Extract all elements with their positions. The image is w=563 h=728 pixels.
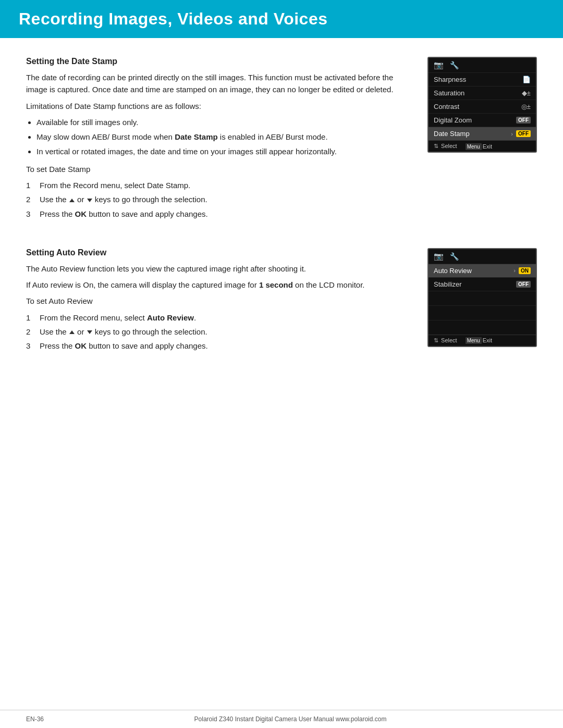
camera-icon-2: 📷 xyxy=(434,252,444,261)
date-stamp-bullets: Available for still images only. May slo… xyxy=(36,116,412,158)
auto-review-steps-intro: To set Auto Review xyxy=(26,295,412,307)
select-label: Select xyxy=(441,143,457,149)
menu-word: Menu xyxy=(466,143,482,150)
step-3: 3 Press the OK button to save and apply … xyxy=(26,208,412,220)
ar-step-3: 3 Press the OK button to save and apply … xyxy=(26,340,412,352)
section-auto-review-title: Setting Auto Review xyxy=(26,248,412,257)
select-label-2: Select xyxy=(441,337,457,343)
section-date-stamp: Setting the Date Stamp The date of recor… xyxy=(26,57,537,222)
camera-icon: 📷 xyxy=(434,60,444,70)
section-date-stamp-title: Setting the Date Stamp xyxy=(26,57,412,66)
date-stamp-para1: The date of recording can be printed dir… xyxy=(26,71,412,96)
page-header: Recording Images, Videos and Voices xyxy=(0,0,563,38)
menu-digital-zoom: Digital Zoom OFF xyxy=(429,113,536,127)
menu-sharpness: Sharpness 📄 xyxy=(429,72,536,86)
menu-empty-2 xyxy=(429,305,536,320)
bullet-3: In vertical or rotated images, the date … xyxy=(36,145,412,158)
content-area: Setting the Date Stamp The date of recor… xyxy=(0,38,563,411)
section-auto-review: Setting Auto Review The Auto Review func… xyxy=(26,248,537,354)
menu-word-2: Menu xyxy=(466,337,482,344)
bullet-2: May slow down AEB/ Burst mode when Date … xyxy=(36,131,412,143)
cam-bottombar-1: ⇅ Select MenuExit xyxy=(429,140,536,152)
section-date-stamp-text: Setting the Date Stamp The date of recor… xyxy=(26,57,412,222)
arrow-icon: › xyxy=(511,131,513,137)
menu-empty-1 xyxy=(429,291,536,305)
section-auto-review-text: Setting Auto Review The Auto Review func… xyxy=(26,248,412,354)
menu-saturation: Saturation ◆± xyxy=(429,86,536,100)
camera-menu-auto-review: 📷 🔧 Auto Review › ON Stabilizer OFF xyxy=(427,248,537,347)
auto-review-badge: ON xyxy=(519,267,531,274)
menu-contrast: Contrast ◎± xyxy=(429,100,536,113)
date-stamp-steps-intro: To set Date Stamp xyxy=(26,163,412,175)
ar-step-1: 1 From the Record menu, select Auto Revi… xyxy=(26,312,412,324)
camera-screen-date-stamp: 📷 🔧 Sharpness 📄 Saturation ◆± Contrast ◎… xyxy=(427,57,537,222)
cam-topbar-2: 📷 🔧 xyxy=(429,249,536,264)
step-2: 2 Use the or keys to go through the sele… xyxy=(26,193,412,205)
select-icon-2: ⇅ xyxy=(434,337,438,343)
arrow-icon-2: › xyxy=(513,267,516,274)
camera-screen-auto-review: 📷 🔧 Auto Review › ON Stabilizer OFF xyxy=(427,248,537,354)
auto-review-para2: If Auto review is On, the camera will di… xyxy=(26,279,412,291)
camera-menu-date-stamp: 📷 🔧 Sharpness 📄 Saturation ◆± Contrast ◎… xyxy=(427,57,537,153)
footer-center-text: Polaroid Z340 Instant Digital Camera Use… xyxy=(194,715,387,723)
ar-step-2: 2 Use the or keys to go through the sele… xyxy=(26,326,412,338)
date-stamp-para2: Limitations of Date Stamp functions are … xyxy=(26,100,412,112)
footer-page-number: EN-36 xyxy=(26,715,44,723)
bullet-1: Available for still images only. xyxy=(36,116,412,129)
date-stamp-badge: OFF xyxy=(516,130,531,137)
wrench-icon-2: 🔧 xyxy=(450,252,459,261)
cam-topbar-1: 📷 🔧 xyxy=(429,58,536,72)
auto-review-steps: 1 From the Record menu, select Auto Revi… xyxy=(26,312,412,352)
menu-auto-review: Auto Review › ON xyxy=(429,264,536,277)
step-1: 1 From the Record menu, select Date Stam… xyxy=(26,179,412,191)
stabilizer-badge: OFF xyxy=(516,281,531,288)
page-footer: EN-36 Polaroid Z340 Instant Digital Came… xyxy=(0,710,563,728)
menu-date-stamp: Date Stamp › OFF xyxy=(429,127,536,140)
digital-zoom-badge: OFF xyxy=(516,117,531,124)
wrench-icon: 🔧 xyxy=(450,61,459,69)
menu-empty-3 xyxy=(429,320,536,335)
select-icon: ⇅ xyxy=(434,143,438,149)
date-stamp-steps: 1 From the Record menu, select Date Stam… xyxy=(26,179,412,220)
exit-label-2: Exit xyxy=(483,337,492,343)
exit-label: Exit xyxy=(483,143,492,150)
auto-review-para1: The Auto Review function lets you view t… xyxy=(26,263,412,275)
menu-stabilizer: Stabilizer OFF xyxy=(429,277,536,291)
cam-bottombar-2: ⇅ Select MenuExit xyxy=(429,335,536,346)
page-title: Recording Images, Videos and Voices xyxy=(19,9,544,29)
